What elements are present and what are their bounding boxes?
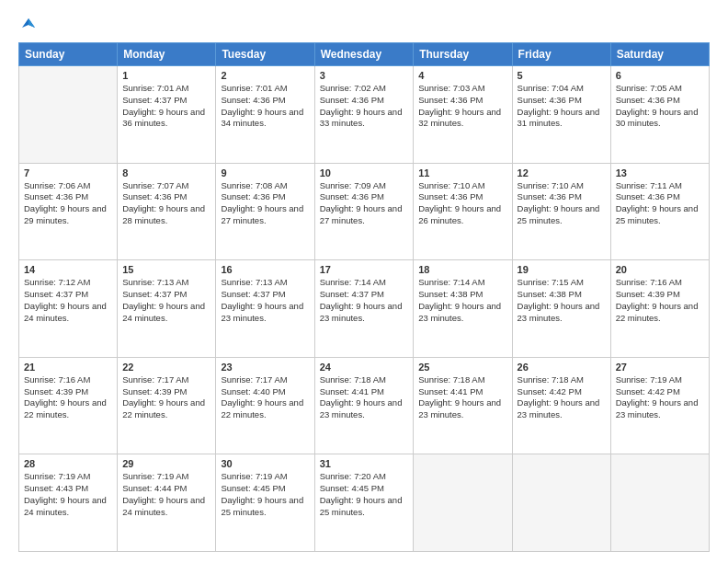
day-number: 16 xyxy=(221,264,309,275)
day-info: Sunrise: 7:05 AMSunset: 4:36 PMDaylight:… xyxy=(616,83,704,130)
day-number: 26 xyxy=(518,362,606,373)
weekday-header-wednesday: Wednesday xyxy=(314,43,414,66)
calendar-cell xyxy=(414,454,512,552)
day-info: Sunrise: 7:04 AMSunset: 4:36 PMDaylight:… xyxy=(518,83,606,130)
calendar-cell: 9Sunrise: 7:08 AMSunset: 4:36 PMDaylight… xyxy=(216,163,314,260)
day-info: Sunrise: 7:16 AMSunset: 4:39 PMDaylight:… xyxy=(24,374,112,421)
day-info: Sunrise: 7:11 AMSunset: 4:36 PMDaylight:… xyxy=(616,180,704,227)
calendar-cell: 31Sunrise: 7:20 AMSunset: 4:45 PMDayligh… xyxy=(314,454,414,552)
day-info: Sunrise: 7:07 AMSunset: 4:36 PMDaylight:… xyxy=(122,180,210,227)
day-number: 31 xyxy=(320,458,409,469)
calendar-cell: 30Sunrise: 7:19 AMSunset: 4:45 PMDayligh… xyxy=(216,454,314,552)
calendar-cell: 12Sunrise: 7:10 AMSunset: 4:36 PMDayligh… xyxy=(512,163,610,260)
weekday-header-sunday: Sunday xyxy=(19,43,118,66)
day-info: Sunrise: 7:13 AMSunset: 4:37 PMDaylight:… xyxy=(122,277,210,324)
logo-icon xyxy=(18,15,39,35)
day-info: Sunrise: 7:10 AMSunset: 4:36 PMDaylight:… xyxy=(418,180,506,227)
weekday-header-friday: Friday xyxy=(512,43,610,66)
day-info: Sunrise: 7:13 AMSunset: 4:37 PMDaylight:… xyxy=(221,277,309,324)
calendar-table: SundayMondayTuesdayWednesdayThursdayFrid… xyxy=(18,42,710,552)
day-info: Sunrise: 7:01 AMSunset: 4:36 PMDaylight:… xyxy=(221,83,309,130)
calendar-cell: 23Sunrise: 7:17 AMSunset: 4:40 PMDayligh… xyxy=(216,357,314,454)
header xyxy=(18,15,710,35)
calendar-cell: 4Sunrise: 7:03 AMSunset: 4:36 PMDaylight… xyxy=(414,66,512,164)
day-info: Sunrise: 7:09 AMSunset: 4:36 PMDaylight:… xyxy=(320,180,409,227)
day-info: Sunrise: 7:10 AMSunset: 4:36 PMDaylight:… xyxy=(518,180,606,227)
day-info: Sunrise: 7:17 AMSunset: 4:39 PMDaylight:… xyxy=(122,374,210,421)
day-info: Sunrise: 7:19 AMSunset: 4:42 PMDaylight:… xyxy=(616,374,704,421)
calendar-cell: 22Sunrise: 7:17 AMSunset: 4:39 PMDayligh… xyxy=(118,357,216,454)
day-info: Sunrise: 7:20 AMSunset: 4:45 PMDaylight:… xyxy=(320,471,409,518)
day-info: Sunrise: 7:03 AMSunset: 4:36 PMDaylight:… xyxy=(418,83,506,130)
calendar-cell: 29Sunrise: 7:19 AMSunset: 4:44 PMDayligh… xyxy=(118,454,216,552)
day-info: Sunrise: 7:19 AMSunset: 4:43 PMDaylight:… xyxy=(24,471,112,518)
week-row-1: 7Sunrise: 7:06 AMSunset: 4:36 PMDaylight… xyxy=(19,163,710,260)
weekday-header-monday: Monday xyxy=(118,43,216,66)
calendar-cell: 7Sunrise: 7:06 AMSunset: 4:36 PMDaylight… xyxy=(19,163,118,260)
calendar-cell xyxy=(512,454,610,552)
calendar-cell: 3Sunrise: 7:02 AMSunset: 4:36 PMDaylight… xyxy=(314,66,414,164)
week-row-3: 21Sunrise: 7:16 AMSunset: 4:39 PMDayligh… xyxy=(19,357,710,454)
calendar-cell: 6Sunrise: 7:05 AMSunset: 4:36 PMDaylight… xyxy=(610,66,709,164)
calendar-cell: 5Sunrise: 7:04 AMSunset: 4:36 PMDaylight… xyxy=(512,66,610,164)
day-info: Sunrise: 7:02 AMSunset: 4:36 PMDaylight:… xyxy=(320,83,409,130)
weekday-header-saturday: Saturday xyxy=(610,43,709,66)
calendar-cell: 13Sunrise: 7:11 AMSunset: 4:36 PMDayligh… xyxy=(610,163,709,260)
day-info: Sunrise: 7:12 AMSunset: 4:37 PMDaylight:… xyxy=(24,277,112,324)
day-number: 28 xyxy=(24,458,112,469)
calendar-cell: 19Sunrise: 7:15 AMSunset: 4:38 PMDayligh… xyxy=(512,260,610,358)
day-info: Sunrise: 7:15 AMSunset: 4:38 PMDaylight:… xyxy=(518,277,606,324)
calendar-cell: 11Sunrise: 7:10 AMSunset: 4:36 PMDayligh… xyxy=(414,163,512,260)
day-info: Sunrise: 7:18 AMSunset: 4:41 PMDaylight:… xyxy=(418,374,506,421)
day-number: 9 xyxy=(221,167,309,178)
day-number: 21 xyxy=(24,362,112,373)
day-number: 17 xyxy=(320,264,409,275)
weekday-header-thursday: Thursday xyxy=(414,43,512,66)
calendar-cell: 1Sunrise: 7:01 AMSunset: 4:37 PMDaylight… xyxy=(118,66,216,164)
day-info: Sunrise: 7:08 AMSunset: 4:36 PMDaylight:… xyxy=(221,180,309,227)
day-number: 10 xyxy=(320,167,409,178)
day-number: 6 xyxy=(616,70,704,81)
day-number: 23 xyxy=(221,362,309,373)
day-number: 27 xyxy=(616,362,704,373)
calendar-cell: 2Sunrise: 7:01 AMSunset: 4:36 PMDaylight… xyxy=(216,66,314,164)
day-number: 24 xyxy=(320,362,409,373)
calendar-cell: 20Sunrise: 7:16 AMSunset: 4:39 PMDayligh… xyxy=(610,260,709,358)
day-info: Sunrise: 7:19 AMSunset: 4:45 PMDaylight:… xyxy=(221,471,309,518)
calendar-cell: 14Sunrise: 7:12 AMSunset: 4:37 PMDayligh… xyxy=(19,260,118,358)
calendar-cell: 10Sunrise: 7:09 AMSunset: 4:36 PMDayligh… xyxy=(314,163,414,260)
day-number: 15 xyxy=(122,264,210,275)
day-number: 2 xyxy=(221,70,309,81)
page: SundayMondayTuesdayWednesdayThursdayFrid… xyxy=(0,0,728,563)
calendar-cell xyxy=(610,454,709,552)
weekday-header-tuesday: Tuesday xyxy=(216,43,314,66)
calendar-cell: 28Sunrise: 7:19 AMSunset: 4:43 PMDayligh… xyxy=(19,454,118,552)
day-number: 20 xyxy=(616,264,704,275)
day-info: Sunrise: 7:14 AMSunset: 4:38 PMDaylight:… xyxy=(418,277,506,324)
calendar-cell: 26Sunrise: 7:18 AMSunset: 4:42 PMDayligh… xyxy=(512,357,610,454)
day-number: 4 xyxy=(418,70,506,81)
calendar-cell: 18Sunrise: 7:14 AMSunset: 4:38 PMDayligh… xyxy=(414,260,512,358)
day-number: 25 xyxy=(418,362,506,373)
calendar-cell: 8Sunrise: 7:07 AMSunset: 4:36 PMDaylight… xyxy=(118,163,216,260)
day-number: 5 xyxy=(518,70,606,81)
calendar-cell: 27Sunrise: 7:19 AMSunset: 4:42 PMDayligh… xyxy=(610,357,709,454)
week-row-2: 14Sunrise: 7:12 AMSunset: 4:37 PMDayligh… xyxy=(19,260,710,358)
day-info: Sunrise: 7:17 AMSunset: 4:40 PMDaylight:… xyxy=(221,374,309,421)
day-number: 12 xyxy=(518,167,606,178)
day-info: Sunrise: 7:06 AMSunset: 4:36 PMDaylight:… xyxy=(24,180,112,227)
weekday-header-row: SundayMondayTuesdayWednesdayThursdayFrid… xyxy=(19,43,710,66)
day-number: 14 xyxy=(24,264,112,275)
day-info: Sunrise: 7:18 AMSunset: 4:42 PMDaylight:… xyxy=(518,374,606,421)
day-info: Sunrise: 7:18 AMSunset: 4:41 PMDaylight:… xyxy=(320,374,409,421)
day-number: 7 xyxy=(24,167,112,178)
logo xyxy=(18,15,41,35)
week-row-0: 1Sunrise: 7:01 AMSunset: 4:37 PMDaylight… xyxy=(19,66,710,164)
calendar-cell: 21Sunrise: 7:16 AMSunset: 4:39 PMDayligh… xyxy=(19,357,118,454)
day-number: 30 xyxy=(221,458,309,469)
week-row-4: 28Sunrise: 7:19 AMSunset: 4:43 PMDayligh… xyxy=(19,454,710,552)
calendar-cell: 25Sunrise: 7:18 AMSunset: 4:41 PMDayligh… xyxy=(414,357,512,454)
day-info: Sunrise: 7:01 AMSunset: 4:37 PMDaylight:… xyxy=(122,83,210,130)
day-number: 8 xyxy=(122,167,210,178)
calendar-cell xyxy=(19,66,118,164)
